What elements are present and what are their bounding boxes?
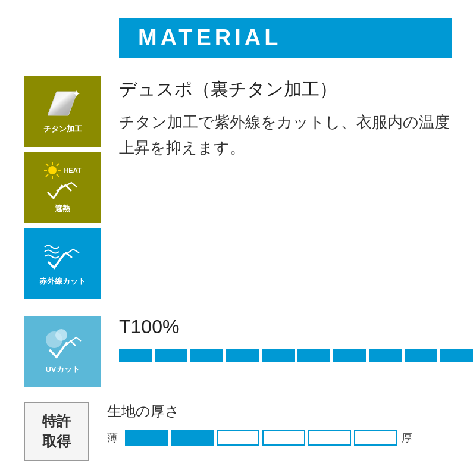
material-description-text: デュスポ（裏チタン加工） チタン加工で紫外線をカットし、衣服内の温度上昇を抑えま… bbox=[119, 76, 452, 161]
thickness-seg-filled-1 bbox=[125, 430, 168, 446]
icon-infrared: 赤外線カット bbox=[24, 228, 101, 299]
thickness-seg-empty-1 bbox=[217, 430, 259, 446]
main-material-text: デュスポ（裏チタン加工） bbox=[119, 76, 452, 102]
bar-seg-8 bbox=[369, 349, 402, 362]
thickness-segments bbox=[125, 430, 397, 446]
thickness-title: 生地の厚さ bbox=[107, 402, 452, 421]
sun-icon-svg bbox=[43, 161, 61, 179]
ir-icon-svg bbox=[43, 241, 82, 274]
svg-line-7 bbox=[46, 164, 48, 166]
bar-seg-6 bbox=[298, 349, 330, 362]
svg-line-9 bbox=[57, 164, 59, 166]
bar-seg-7 bbox=[333, 349, 366, 362]
material-title: MATERIAL bbox=[138, 25, 282, 50]
titanium-label: チタン加工 bbox=[43, 124, 82, 134]
bar-seg-10 bbox=[440, 349, 473, 362]
svg-text:✦: ✦ bbox=[73, 89, 80, 99]
bar-seg-5 bbox=[262, 349, 295, 362]
bar-seg-1 bbox=[119, 349, 152, 362]
composition-text: T100% bbox=[119, 316, 473, 338]
thick-label: 厚 bbox=[402, 431, 415, 445]
row-patent: 特許取得 生地の厚さ 薄 厚 bbox=[24, 402, 452, 461]
uv-content: T100% bbox=[119, 316, 473, 362]
thickness-seg-empty-4 bbox=[354, 430, 397, 446]
thickness-seg-filled-2 bbox=[171, 430, 214, 446]
uv-label: UVカット bbox=[45, 364, 79, 375]
svg-line-10 bbox=[46, 174, 48, 177]
page: MATERIAL bbox=[0, 0, 476, 476]
svg-line-8 bbox=[57, 174, 59, 177]
svg-point-12 bbox=[55, 329, 67, 341]
svg-point-2 bbox=[48, 166, 57, 174]
heat-label: 遮熱 bbox=[55, 203, 70, 214]
uv-progress-bar bbox=[119, 349, 473, 362]
bar-seg-2 bbox=[155, 349, 187, 362]
row-uv: UVカット T100% bbox=[24, 316, 452, 387]
ir-label: 赤外線カット bbox=[39, 276, 86, 287]
icon-uv: UVカット bbox=[24, 316, 101, 387]
bar-seg-3 bbox=[190, 349, 223, 362]
uv-icon-svg bbox=[43, 329, 82, 362]
heat-check-svg bbox=[45, 180, 80, 201]
icon-titanium: ✦ チタン加工 bbox=[24, 76, 101, 147]
thickness-seg-empty-3 bbox=[308, 430, 351, 446]
thickness-content: 生地の厚さ 薄 厚 bbox=[107, 402, 452, 446]
titanium-icon-svg: ✦ bbox=[42, 89, 83, 121]
thickness-bar-row: 薄 厚 bbox=[107, 430, 452, 446]
material-header: MATERIAL bbox=[119, 18, 452, 58]
thickness-seg-empty-2 bbox=[262, 430, 305, 446]
bar-seg-4 bbox=[226, 349, 259, 362]
bar-seg-9 bbox=[405, 349, 437, 362]
sub-material-text: チタン加工で紫外線をカットし、衣服内の温度上昇を抑えます。 bbox=[119, 109, 452, 161]
icon-patent: 特許取得 bbox=[24, 402, 89, 461]
patent-label: 特許取得 bbox=[42, 411, 71, 451]
icons-group-1: ✦ チタン加工 bbox=[24, 76, 101, 299]
icon-heat: HEAT 遮熱 bbox=[24, 152, 101, 223]
row-material-description: ✦ チタン加工 bbox=[24, 76, 452, 299]
thin-label: 薄 bbox=[107, 431, 120, 445]
